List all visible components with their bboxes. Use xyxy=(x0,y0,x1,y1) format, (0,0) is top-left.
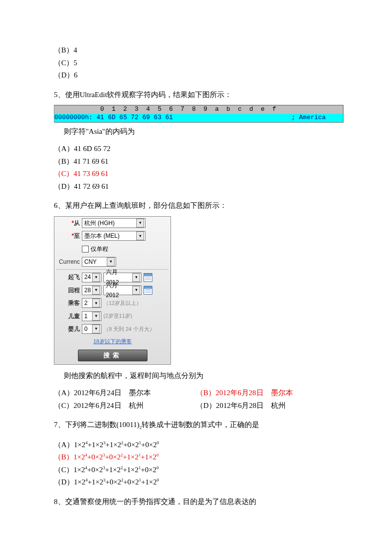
depart-day-select[interactable]: 24▾ xyxy=(82,273,101,282)
q5-opt-b: （B）41 71 69 61 xyxy=(54,155,338,168)
q6-opt-c: （C）2012年6月24日 杭州 xyxy=(54,400,196,412)
chevron-down-icon: ▾ xyxy=(136,231,144,240)
q5-opt-a: （A）41 6D 65 72 xyxy=(54,143,338,155)
depart-label: 起飞 xyxy=(57,272,80,282)
q5-stem: 5、使用UltraEdit软件观察字符内码，结果如下图所示： xyxy=(54,89,338,101)
return-month-select[interactable]: 六月 2012▾ xyxy=(103,285,142,295)
q6-stem: 6、某用户在网上查询航班时，部分信息如下图所示： xyxy=(54,200,338,212)
hex-header: 0 1 2 3 4 5 6 7 8 9 a b c d e f xyxy=(54,105,343,114)
chevron-down-icon: ▾ xyxy=(92,299,100,307)
q4-opt-b: （B）4 xyxy=(54,44,338,57)
q7-opt-d: （D）1×24+1×23+0×22+0×21+1×20 xyxy=(54,476,338,489)
q5-post: 则字符"Asia"的内码为 xyxy=(64,126,338,138)
q6-post: 则他搜索的航程中，返程时间与地点分别为 xyxy=(64,370,338,382)
child-hint: (2岁至11岁) xyxy=(103,311,132,321)
currency-label: Currenc xyxy=(57,257,80,267)
hex-row: 00000000h: 41 6D 65 72 69 63 61 ; Americ… xyxy=(54,114,343,123)
q6-opt-a: （A）2012年6月24日 墨尔本 xyxy=(54,387,196,400)
chevron-down-icon: ▾ xyxy=(136,219,144,227)
under18-link[interactable]: 18岁以下的乘客 xyxy=(93,337,131,346)
from-label: *从 xyxy=(57,218,80,228)
q8-stem: 8、交通警察使用统一的手势指挥交通，目的是为了信息表达的 xyxy=(54,496,338,508)
hex-viewer: 0 1 2 3 4 5 6 7 8 9 a b c d e f 00000000… xyxy=(54,105,343,123)
pax-select[interactable]: 2▾ xyxy=(82,298,101,308)
to-select[interactable]: 墨尔本 (MEL)▾ xyxy=(82,231,146,241)
pax-hint: （12岁及以上） xyxy=(103,299,142,308)
currency-select[interactable]: CNY▾ xyxy=(82,257,116,267)
q7-stem: 7、下列将二进制数(10011)2转换成十进制数的算式中，正确的是 xyxy=(54,419,338,431)
chevron-down-icon: ▾ xyxy=(132,273,140,282)
q6-opt-d: （D）2012年6月28日 杭州 xyxy=(196,400,338,412)
chevron-down-icon: ▾ xyxy=(92,286,100,295)
to-label: *至 xyxy=(57,231,80,241)
chevron-down-icon: ▾ xyxy=(107,257,115,266)
search-button[interactable]: 搜索 xyxy=(78,350,147,361)
pax-label: 乘客 xyxy=(57,298,80,308)
chevron-down-icon: ▾ xyxy=(92,273,100,282)
infant-hint: （9 天到 24 个月大） xyxy=(103,325,155,334)
calendar-icon[interactable] xyxy=(144,273,152,282)
chevron-down-icon: ▾ xyxy=(92,325,100,333)
infant-select[interactable]: 0▾ xyxy=(82,324,101,334)
q5-opt-c: （C）41 73 69 61 xyxy=(54,168,338,180)
infant-label: 婴儿 xyxy=(57,324,80,334)
calendar-icon[interactable] xyxy=(144,286,152,295)
q4-opt-c: （C）5 xyxy=(54,57,338,70)
chevron-down-icon: ▾ xyxy=(132,286,140,295)
oneway-label: 仅单程 xyxy=(91,244,108,254)
q5-opt-d: （D）41 72 69 61 xyxy=(54,180,338,193)
return-label: 回程 xyxy=(57,285,80,295)
q7-opt-c: （C）1×24+0×23+1×22+1×21+0×20 xyxy=(54,464,338,477)
child-select[interactable]: 1▾ xyxy=(82,311,101,321)
q7-opt-b: （B）1×24+0×23+0×22+1×21+1×20 xyxy=(54,451,338,464)
q6-opt-b: （B）2012年6月28日 墨尔本 xyxy=(196,387,338,400)
oneway-checkbox[interactable] xyxy=(82,246,89,252)
q4-opt-d: （D）6 xyxy=(54,69,338,82)
chevron-down-icon: ▾ xyxy=(92,312,100,321)
flight-search-form: *从 杭州 (HGH)▾ *至 墨尔本 (MEL)▾ 仅单程 Currenc C… xyxy=(54,216,171,365)
return-day-select[interactable]: 28▾ xyxy=(82,285,101,295)
child-label: 儿童 xyxy=(57,311,80,321)
from-select[interactable]: 杭州 (HGH)▾ xyxy=(82,218,146,228)
q7-opt-a: （A）1×24+1×23+1×22+0×21+0×20 xyxy=(54,439,338,452)
